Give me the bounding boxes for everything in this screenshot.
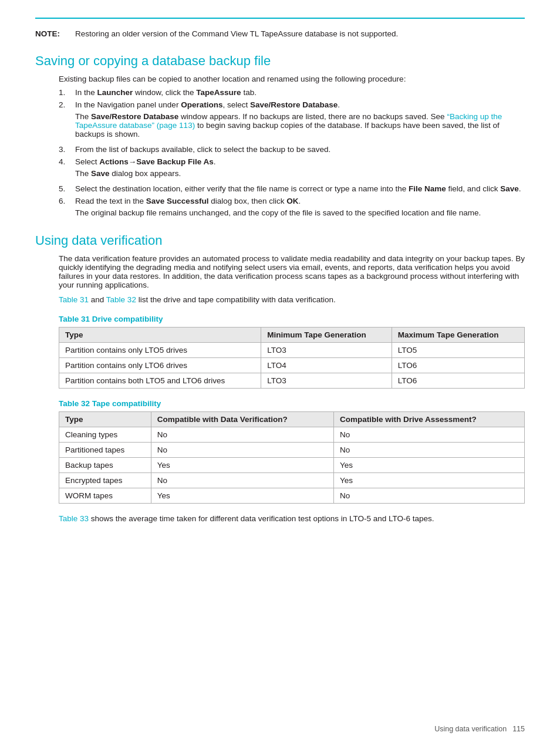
table-row: Partition contains both LTO5 and LTO6 dr… bbox=[59, 373, 525, 389]
table32-section: Table 32 Tape compatibility Type Compati… bbox=[59, 399, 525, 504]
section2-heading: Using data verification bbox=[35, 233, 525, 248]
table32-row4-dv: No bbox=[151, 473, 333, 488]
section2-bottom-note: Table 33 shows the average time taken fo… bbox=[59, 514, 525, 523]
section2-tableref: Table 31 and Table 32 list the drive and… bbox=[59, 295, 525, 304]
section2-intro: The data verification feature provides a… bbox=[59, 254, 525, 289]
step-5: 5. Select the destination location, eith… bbox=[59, 184, 525, 193]
section1-heading: Saving or copying a database backup file bbox=[35, 53, 525, 69]
note-text: Restoring an older version of the Comman… bbox=[75, 29, 398, 38]
step-3-content: From the list of backups available, clic… bbox=[75, 145, 525, 154]
table32-col-type: Type bbox=[59, 412, 151, 427]
table-row: Cleaning types No No bbox=[59, 427, 525, 443]
table31-row1-min: LTO3 bbox=[261, 343, 392, 358]
section1-body: Existing backup files can be copied to a… bbox=[59, 75, 525, 220]
note-label: NOTE: bbox=[35, 29, 70, 38]
step-6-sub: The original backup file remains unchang… bbox=[75, 208, 525, 217]
step-6-num: 6. bbox=[59, 197, 75, 205]
step-1: 1. In the Launcher window, click the Tap… bbox=[59, 88, 525, 97]
step-4-content: Select Actions→Save Backup File As. bbox=[75, 157, 525, 166]
note-box: NOTE: Restoring an older version of the … bbox=[35, 29, 525, 40]
table32-row2-dv: No bbox=[151, 443, 333, 458]
table31-row2-min: LTO4 bbox=[261, 358, 392, 373]
table-row: Backup tapes Yes Yes bbox=[59, 458, 525, 473]
section2-body: The data verification feature provides a… bbox=[59, 254, 525, 523]
step-6-content: Read the text in the Save Successful dia… bbox=[75, 197, 525, 205]
table31-row2-max: LTO6 bbox=[392, 358, 524, 373]
page: NOTE: Restoring an older version of the … bbox=[0, 0, 560, 746]
table31-row3-type: Partition contains both LTO5 and LTO6 dr… bbox=[59, 373, 261, 389]
step-2: 2. In the Navigation panel under Operati… bbox=[59, 100, 525, 141]
footer-page-number: 115 bbox=[512, 725, 525, 733]
table32-row3-da: Yes bbox=[333, 458, 524, 473]
table-row: Partition contains only LTO6 drives LTO4… bbox=[59, 358, 525, 373]
table31-section: Table 31 Drive compatibility Type Minimu… bbox=[59, 315, 525, 389]
table32-col-dv: Compatible with Data Verification? bbox=[151, 412, 333, 427]
table31-link[interactable]: Table 31 bbox=[59, 295, 89, 304]
table31-row2-type: Partition contains only LTO6 drives bbox=[59, 358, 261, 373]
table31-col-min: Minimum Tape Generation bbox=[261, 328, 392, 343]
step-4-num: 4. bbox=[59, 157, 75, 166]
footer-section-label: Using data verification bbox=[434, 725, 507, 733]
step-5-num: 5. bbox=[59, 184, 75, 193]
table31-row1-type: Partition contains only LTO5 drives bbox=[59, 343, 261, 358]
table32-row5-type: WORM tapes bbox=[59, 488, 151, 504]
table32-row3-dv: Yes bbox=[151, 458, 333, 473]
step-3-num: 3. bbox=[59, 145, 75, 154]
step-3: 3. From the list of backups available, c… bbox=[59, 145, 525, 154]
step-1-content: In the Launcher window, click the TapeAs… bbox=[75, 88, 525, 97]
table32-row2-da: No bbox=[333, 443, 524, 458]
step-1-num: 1. bbox=[59, 88, 75, 97]
table32-row1-dv: No bbox=[151, 427, 333, 443]
step-4: 4. Select Actions→Save Backup File As. T… bbox=[59, 157, 525, 181]
table32-row3-type: Backup tapes bbox=[59, 458, 151, 473]
step-2-content: In the Navigation panel under Operations… bbox=[75, 100, 525, 109]
section1-intro: Existing backup files can be copied to a… bbox=[59, 75, 525, 83]
table31: Type Minimum Tape Generation Maximum Tap… bbox=[59, 327, 525, 389]
table-row: WORM tapes Yes No bbox=[59, 488, 525, 504]
table32-link[interactable]: Table 32 bbox=[106, 295, 136, 304]
table32-col-da: Compatible with Drive Assessment? bbox=[333, 412, 524, 427]
table-row: Encrypted tapes No Yes bbox=[59, 473, 525, 488]
table33-link[interactable]: Table 33 bbox=[59, 514, 89, 523]
table31-col-max: Maximum Tape Generation bbox=[392, 328, 524, 343]
table-row: Partitioned tapes No No bbox=[59, 443, 525, 458]
table31-col-type: Type bbox=[59, 328, 261, 343]
table31-row3-min: LTO3 bbox=[261, 373, 392, 389]
step-5-content: Select the destination location, either … bbox=[75, 184, 525, 193]
section1-steps: 1. In the Launcher window, click the Tap… bbox=[59, 88, 525, 220]
table32-row1-da: No bbox=[333, 427, 524, 443]
top-rule bbox=[35, 18, 525, 19]
table32-row4-type: Encrypted tapes bbox=[59, 473, 151, 488]
footer: Using data verification 115 bbox=[434, 725, 525, 733]
table32-row2-type: Partitioned tapes bbox=[59, 443, 151, 458]
table32-row1-type: Cleaning types bbox=[59, 427, 151, 443]
table31-row3-max: LTO6 bbox=[392, 373, 524, 389]
table32-caption: Table 32 Tape compatibility bbox=[59, 399, 525, 408]
table31-caption: Table 31 Drive compatibility bbox=[59, 315, 525, 323]
table31-row1-max: LTO5 bbox=[392, 343, 524, 358]
table32: Type Compatible with Data Verification? … bbox=[59, 411, 525, 504]
table-row: Partition contains only LTO5 drives LTO3… bbox=[59, 343, 525, 358]
table32-row5-dv: Yes bbox=[151, 488, 333, 504]
step-2-num: 2. bbox=[59, 100, 75, 109]
table32-row5-da: No bbox=[333, 488, 524, 504]
table32-row4-da: Yes bbox=[333, 473, 524, 488]
step-4-sub: The Save dialog box appears. bbox=[75, 169, 525, 178]
step-2-sub: The Save/Restore Database window appears… bbox=[75, 112, 525, 139]
step-6: 6. Read the text in the Save Successful … bbox=[59, 197, 525, 220]
